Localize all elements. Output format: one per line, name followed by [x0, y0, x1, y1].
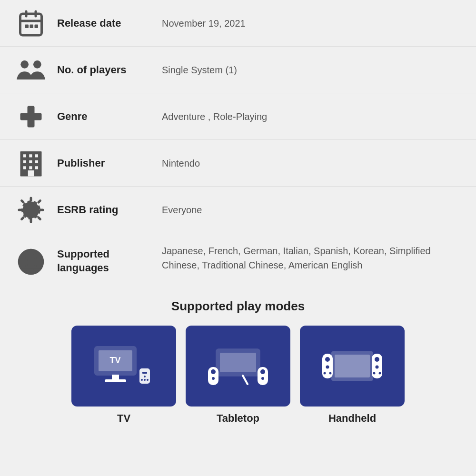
svg-rect-5	[30, 24, 34, 28]
esrb-row: ESRB rating Everyone	[0, 187, 476, 233]
svg-point-58	[373, 372, 376, 375]
tabletop-mode-label: Tabletop	[217, 412, 259, 425]
tabletop-mode-item: Tabletop	[186, 326, 290, 425]
release-date-value: November 19, 2021	[148, 16, 246, 30]
calendar-icon	[10, 9, 52, 38]
num-players-label: No. of players	[52, 64, 148, 76]
svg-point-48	[260, 369, 265, 374]
svg-point-52	[326, 366, 329, 369]
handheld-mode-label: Handheld	[328, 412, 376, 425]
esrb-label: ESRB rating	[52, 204, 148, 216]
players-icon	[10, 56, 52, 84]
handheld-mode-card	[300, 326, 405, 407]
svg-rect-10	[20, 113, 42, 120]
play-modes-section: Supported play modes TV	[0, 285, 476, 434]
publisher-label: Publisher	[52, 157, 148, 169]
svg-rect-20	[35, 166, 38, 169]
svg-rect-4	[25, 24, 29, 28]
svg-rect-14	[35, 154, 38, 157]
gamepad-icon	[10, 102, 52, 131]
languages-label: Supported languages	[52, 244, 148, 275]
svg-rect-32	[112, 375, 119, 379]
building-icon	[10, 149, 52, 178]
svg-rect-13	[29, 154, 32, 157]
publisher-row: Publisher Nintendo	[0, 140, 476, 187]
release-date-row: Release date November 19, 2021	[0, 0, 476, 47]
svg-rect-12	[23, 154, 26, 157]
tabletop-mode-card	[186, 326, 290, 407]
svg-point-8	[33, 60, 41, 69]
tv-mode-item: TV TV	[71, 326, 176, 425]
globe-icon	[10, 244, 52, 276]
svg-rect-15	[23, 160, 26, 163]
svg-rect-17	[35, 160, 38, 163]
svg-point-38	[144, 379, 146, 381]
genre-label: Genre	[52, 110, 148, 123]
svg-point-59	[379, 372, 381, 375]
svg-rect-6	[35, 24, 39, 28]
svg-point-23	[23, 201, 40, 218]
svg-point-46	[212, 377, 215, 380]
esrb-value: Everyone	[148, 203, 202, 217]
svg-rect-16	[29, 160, 32, 163]
tv-mode-label: TV	[117, 412, 130, 425]
genre-value: Adventure , Role-Playing	[148, 109, 267, 124]
info-table: Release date November 19, 2021 No. of pl…	[0, 0, 476, 285]
svg-rect-33	[105, 379, 126, 382]
svg-rect-61	[335, 355, 370, 377]
svg-point-37	[141, 379, 143, 381]
play-modes-title: Supported play modes	[10, 299, 466, 314]
languages-row: Supported languages Japanese, French, Ge…	[0, 233, 476, 285]
svg-point-45	[211, 369, 216, 374]
svg-point-7	[20, 60, 29, 69]
release-date-label: Release date	[52, 17, 148, 30]
svg-point-53	[324, 372, 326, 375]
svg-point-54	[329, 372, 332, 375]
num-players-row: No. of players Single System (1)	[0, 47, 476, 93]
svg-point-39	[147, 379, 149, 381]
tv-mode-card: TV	[71, 326, 176, 407]
svg-rect-19	[29, 166, 32, 169]
svg-rect-35	[142, 372, 147, 374]
svg-text:TV: TV	[109, 356, 120, 365]
handheld-mode-item: Handheld	[300, 326, 405, 425]
svg-point-36	[144, 376, 146, 377]
genre-row: Genre Adventure , Role-Playing	[0, 93, 476, 140]
svg-point-51	[325, 357, 330, 362]
svg-line-42	[243, 376, 248, 384]
svg-rect-21	[28, 170, 34, 177]
svg-point-56	[375, 357, 379, 362]
svg-rect-41	[220, 353, 256, 372]
languages-value: Japanese, French, German, Italian, Spani…	[148, 244, 466, 272]
svg-rect-18	[23, 166, 26, 169]
publisher-value: Nintendo	[148, 156, 200, 170]
play-modes-grid: TV TV	[10, 326, 466, 425]
gear-icon	[10, 196, 52, 224]
num-players-value: Single System (1)	[148, 63, 237, 77]
svg-point-49	[261, 377, 264, 380]
svg-point-57	[376, 366, 379, 369]
